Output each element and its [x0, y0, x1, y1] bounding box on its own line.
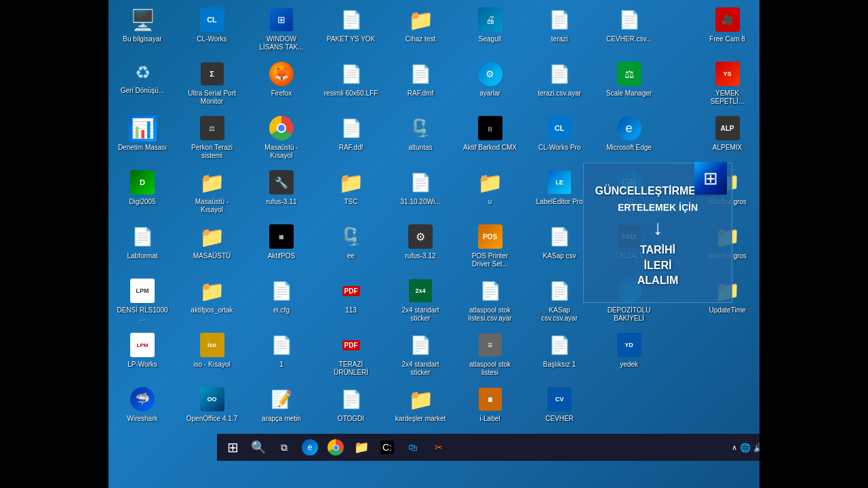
- windows-start-icon: ⊞: [227, 439, 239, 455]
- icon-masaustu2[interactable]: 📁 MASAÜSTÜ: [182, 220, 243, 274]
- icon-scale-manager[interactable]: ⚖ Scale Manager: [599, 58, 660, 112]
- rufus-app-icon: ⚙: [408, 224, 433, 249]
- yedek-app-icon: YD: [617, 333, 642, 357]
- tray-chevron-icon[interactable]: ∧: [732, 443, 737, 452]
- icon-kasap-csv[interactable]: 📄 KASap csv: [529, 220, 590, 274]
- icon-iso-kisayol[interactable]: iso iso - Kısayol: [182, 329, 243, 383]
- icon-terazi[interactable]: 📄 terazi: [529, 3, 590, 58]
- task-view-button[interactable]: ⧉: [272, 435, 296, 460]
- icon-window-lisans[interactable]: ⊞ WINDOW LİSANS TAK...: [251, 3, 312, 58]
- icon-digi2005[interactable]: D Digi2005: [112, 166, 173, 220]
- icon-lp-works[interactable]: LPM LP-Works: [112, 329, 173, 383]
- icon-arapca[interactable]: 📝 arapça metin: [251, 383, 312, 437]
- icon-aktif-barkod[interactable]: ||| Aktif Barkod CMX: [460, 112, 521, 166]
- icon-file-113[interactable]: PDF 113: [321, 274, 382, 329]
- taskbar-edge-button[interactable]: e: [298, 435, 322, 460]
- icon-denetim[interactable]: 📊 Denetim Masası: [112, 112, 173, 166]
- icon-sticker-2x4[interactable]: 2x4 2x4 standart sticker: [390, 274, 451, 329]
- taskbar-edge-icon: e: [302, 439, 318, 455]
- seagull-app-icon: 🖨: [478, 7, 502, 32]
- icon-masaustu-kisayol[interactable]: 📁 Masaüstü - Kısayol: [182, 166, 243, 220]
- window-lisans-icon: ⊞: [270, 8, 293, 31]
- icon-cevher[interactable]: CV CEVHER: [529, 383, 590, 437]
- icon-densi[interactable]: LPM DENSİ RLS1000 ...: [112, 274, 173, 329]
- popup-line3: TARİHİ: [594, 243, 722, 258]
- tray-network-icon[interactable]: 🌐: [740, 443, 751, 453]
- icon-labformat[interactable]: 📄 Labformat: [112, 220, 173, 274]
- yemek-app-icon: YS: [715, 62, 740, 86]
- icon-terazi-csv[interactable]: 📄 terazi.csv.ayar: [529, 58, 590, 112]
- icon-cl-works-pro[interactable]: CL CL-Works Pro: [529, 112, 590, 166]
- icon-yemek-sepeti[interactable]: YS YEMEK SEPETLİ...: [698, 58, 756, 112]
- icon-cihaz-test[interactable]: 📁 Cihaz test: [390, 3, 451, 58]
- icon-sticker2-2x4[interactable]: 📄 2x4 standart sticker: [390, 329, 451, 383]
- icon-win-bak[interactable]: 📄 31.10.20Wi...: [390, 166, 451, 220]
- icon-atlaspool-stok[interactable]: 📄 atlaspool stok listesi.csv.ayar: [460, 274, 521, 329]
- icon-aktifpos[interactable]: ▦ AktifPOS: [251, 220, 312, 274]
- search-button[interactable]: 🔍: [246, 435, 271, 460]
- recycle-bin-icon: ♻: [130, 60, 155, 85]
- icon-cl-works[interactable]: CL CL-Works: [182, 3, 243, 58]
- update-notification-popup: ⊞ GÜNCELLEŞTİRMELERİ ERTELEMEK İÇİN ↓ TA…: [583, 163, 732, 303]
- icon-yedek[interactable]: YD yedek: [599, 329, 660, 383]
- icon-i-label[interactable]: 📋 i-Label: [460, 383, 521, 437]
- icon-ultra-serial[interactable]: Σ Ultra Serial Port Monitor: [182, 58, 243, 112]
- icon-cevher-csv[interactable]: 📄 CEVHER.csv...: [599, 3, 660, 58]
- taskbar-cmd-button[interactable]: C:: [375, 435, 399, 460]
- icon-label-editor[interactable]: LE LabelEditor Pro: [529, 166, 590, 220]
- pdf-icon: PDF: [342, 286, 360, 296]
- icon-file-1[interactable]: 📄 1: [251, 329, 312, 383]
- icon-firefox[interactable]: 🦊 Firefox: [251, 58, 312, 112]
- icon-basliksiz1[interactable]: 📄 Başlıksız 1: [529, 329, 590, 383]
- icon-openoffice[interactable]: OO OpenOffice 4.1.7: [182, 383, 243, 437]
- icon-ee[interactable]: 🗜️ ee: [321, 220, 382, 274]
- icon-terazi-urunleri[interactable]: PDF TERAZİ ÜRÜNLERİ: [321, 329, 382, 383]
- ms-edge-icon: e: [617, 116, 642, 140]
- taskbar-store-button[interactable]: 🛍: [401, 435, 425, 460]
- icon-paket-yok[interactable]: 📄 PAKET YS YOK: [321, 3, 382, 58]
- icon-raf-dmf[interactable]: 📄 RAF.dmf: [390, 58, 451, 112]
- taskbar-tools-button[interactable]: ✂: [427, 435, 451, 460]
- icon-ayarlar[interactable]: ⚙ ayarlar: [460, 58, 521, 112]
- icon-pos-printer[interactable]: POS POS Printer Driver Set...: [460, 220, 521, 274]
- icon-rufus-311[interactable]: 🔧 rufus-3.11: [251, 166, 312, 220]
- icon-ei-cfg[interactable]: 📄 ei.cfg: [251, 274, 312, 329]
- perkon-app-icon: ⚖: [200, 116, 224, 140]
- icon-otogdi[interactable]: 📄 OTOGDI: [321, 383, 382, 437]
- taskbar-explorer-button[interactable]: 📁: [349, 435, 374, 460]
- icon-seagull[interactable]: 🖨 Seagull: [460, 3, 521, 58]
- icon-bu-bilgisayar[interactable]: 🖥️ Bu bilgisayar: [112, 3, 173, 58]
- icon-wireshark[interactable]: 🦈 Wireshark: [112, 383, 173, 437]
- icon-kasap-csv2[interactable]: 📄 KASap csv.csv.ayar: [529, 274, 590, 329]
- icon-alpemix[interactable]: ALP ALPEMIX: [698, 112, 756, 166]
- icon-free-cam[interactable]: 🎥 Free Cam 8: [698, 3, 756, 58]
- tray-speaker-icon[interactable]: 🔊: [753, 443, 760, 453]
- icon-geri-donusum[interactable]: ♻ Geri Dönüşü...: [112, 58, 173, 112]
- free-cam-icon: 🎥: [715, 7, 740, 32]
- taskbar-search-icon: 🔍: [251, 440, 266, 455]
- desktop-area: 🖥️ Bu bilgisayar ♻ Geri Dönüşü... 📊 Dene…: [108, 0, 760, 461]
- start-button[interactable]: ⊞: [220, 435, 245, 460]
- left-black-bar: [0, 0, 108, 488]
- system-tray: ∧ 🌐 🔊 🔋 TUR TRF 10:13 13.03.2021 🗨: [732, 437, 760, 458]
- barkod-cmx-icon: |||: [478, 116, 502, 140]
- cevher-app-icon: CV: [547, 387, 572, 411]
- icon-altuntas[interactable]: 🗜️ altuntas: [390, 112, 451, 166]
- icon-tsc[interactable]: 📁 TSC: [321, 166, 382, 220]
- icon-rufus-312[interactable]: ⚙ rufus-3.12: [390, 220, 451, 274]
- taskbar-cmd-icon: C:: [380, 441, 394, 454]
- task-view-icon: ⧉: [281, 442, 288, 453]
- cl-works-pro-icon: CL: [547, 116, 572, 140]
- sticker-app-icon: 2x4: [409, 279, 432, 302]
- icon-ms-edge[interactable]: e Microsoft Edge: [599, 112, 660, 166]
- icon-perkon-terazi[interactable]: ⚖ Perkon Terazi sistemi: [182, 112, 243, 166]
- icon-aktifpos-ortak[interactable]: 📁 aktifpos_ortak: [182, 274, 243, 329]
- icon-resimli[interactable]: 📄 resimli 60x60.LFF: [321, 58, 382, 112]
- taskbar-chrome-button[interactable]: [323, 435, 348, 460]
- icon-google-chrome[interactable]: Masaüstü - Kısayol: [251, 112, 312, 166]
- scale-manager-icon: ⚖: [617, 62, 642, 86]
- icon-kardesler[interactable]: 📁 kardeşler market: [390, 383, 451, 437]
- icon-raf-ddf[interactable]: 📄 RAF.ddf: [321, 112, 382, 166]
- icon-atlaspool-stok2[interactable]: ≡ atlaspool stok listesi: [460, 329, 521, 383]
- icon-file-u[interactable]: 📁 u: [460, 166, 521, 220]
